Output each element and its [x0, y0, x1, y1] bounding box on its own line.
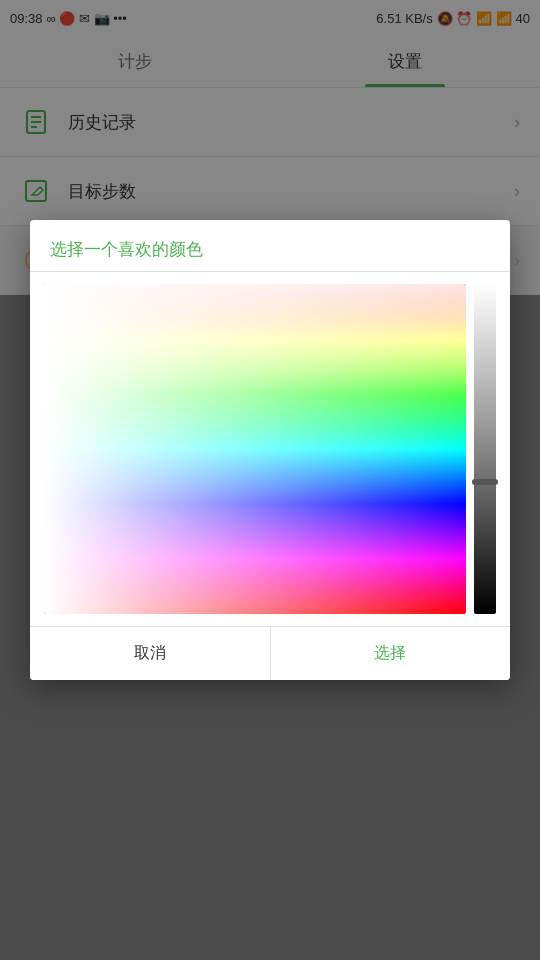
- confirm-button[interactable]: 选择: [271, 627, 511, 680]
- dialog-buttons: 取消 选择: [30, 626, 510, 680]
- color-picker-area[interactable]: [30, 272, 510, 626]
- overlay: 选择一个喜欢的颜色 取消 选择: [0, 0, 540, 960]
- top-white-overlay: [44, 284, 466, 449]
- brightness-slider[interactable]: [474, 284, 496, 614]
- color-picker-dialog: 选择一个喜欢的颜色 取消 选择: [30, 220, 510, 680]
- cancel-button[interactable]: 取消: [30, 627, 271, 680]
- color-gradient[interactable]: [44, 284, 466, 614]
- brightness-handle[interactable]: [472, 479, 498, 485]
- dialog-title: 选择一个喜欢的颜色: [30, 220, 510, 271]
